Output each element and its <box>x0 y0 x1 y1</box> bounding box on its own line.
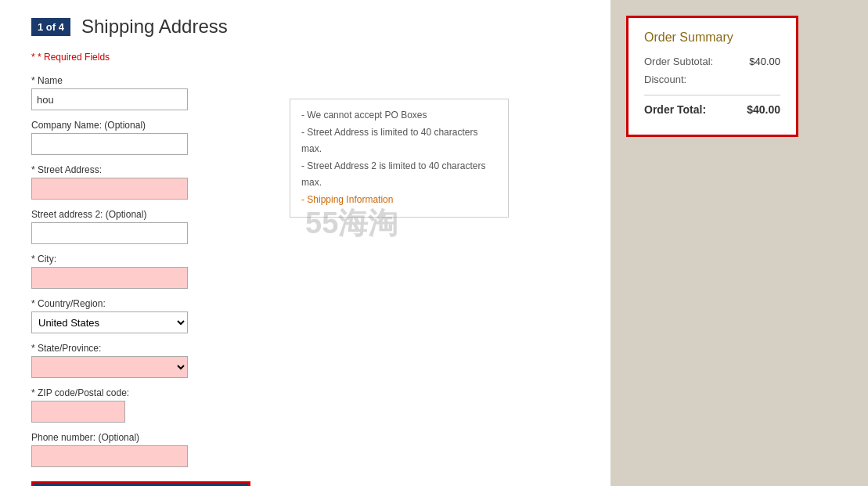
phone-field-group: Phone number: (Optional) <box>31 432 274 467</box>
total-row: Order Total: $40.00 <box>644 95 780 116</box>
step-badge: 1 of 4 <box>31 18 70 36</box>
subtotal-row: Order Subtotal: $40.00 <box>644 56 780 67</box>
zip-label: * ZIP code/Postal code: <box>31 387 274 398</box>
total-label: Order Total: <box>644 103 706 116</box>
continue-to-ship-method-button[interactable]: Continue to Ship Method ❯ <box>31 481 250 486</box>
state-select[interactable] <box>31 356 188 378</box>
street2-input[interactable] <box>31 222 188 244</box>
state-label: * State/Province: <box>31 343 274 354</box>
page-title: Shipping Address <box>81 16 228 38</box>
required-note: * * Required Fields <box>31 52 579 63</box>
name-input[interactable] <box>31 88 188 110</box>
street2-label: Street address 2: (Optional) <box>31 209 274 220</box>
street1-label: * Street Address: <box>31 164 274 175</box>
company-field-group: Company Name: (Optional) <box>31 120 274 155</box>
name-field-group: * Name <box>31 75 274 110</box>
city-field-group: * City: <box>31 254 274 289</box>
city-label: * City: <box>31 254 274 265</box>
sidebar: Order Summary Order Subtotal: $40.00 Dis… <box>610 0 814 486</box>
country-field-group: * Country/Region: United States <box>31 298 274 333</box>
name-label: * Name <box>31 75 274 86</box>
city-input[interactable] <box>31 267 188 289</box>
order-summary-title: Order Summary <box>644 31 780 45</box>
total-value: $40.00 <box>747 103 780 116</box>
order-summary: Order Summary Order Subtotal: $40.00 Dis… <box>626 16 798 137</box>
shipping-info-box: - We cannot accept PO Boxes - Street Add… <box>290 99 509 486</box>
subtotal-value: $40.00 <box>749 56 780 67</box>
state-field-group: * State/Province: <box>31 343 274 378</box>
page-header: 1 of 4 Shipping Address <box>31 16 579 38</box>
zip-field-group: * ZIP code/Postal code: <box>31 387 274 423</box>
form-left: * Name Company Name: (Optional) * Street… <box>31 75 274 486</box>
info-line-2: - Street Address is limited to 40 charac… <box>301 124 497 158</box>
info-line-4[interactable]: - Shipping Information <box>301 192 497 209</box>
company-label: Company Name: (Optional) <box>31 120 274 131</box>
street2-field-group: Street address 2: (Optional) <box>31 209 274 244</box>
phone-label: Phone number: (Optional) <box>31 432 274 443</box>
country-select[interactable]: United States <box>31 311 188 333</box>
street1-input[interactable] <box>31 178 188 200</box>
street1-field-group: * Street Address: <box>31 164 274 200</box>
info-line-3: - Street Address 2 is limited to 40 char… <box>301 158 497 192</box>
subtotal-label: Order Subtotal: <box>644 56 713 67</box>
country-label: * Country/Region: <box>31 298 274 309</box>
discount-row: Discount: <box>644 74 780 85</box>
discount-label: Discount: <box>644 74 686 85</box>
company-input[interactable] <box>31 133 188 155</box>
info-line-1: - We cannot accept PO Boxes <box>301 107 497 124</box>
info-box-content: - We cannot accept PO Boxes - Street Add… <box>290 99 509 218</box>
zip-input[interactable] <box>31 401 125 423</box>
phone-input[interactable] <box>31 445 188 467</box>
form-section: * Name Company Name: (Optional) * Street… <box>31 75 579 486</box>
